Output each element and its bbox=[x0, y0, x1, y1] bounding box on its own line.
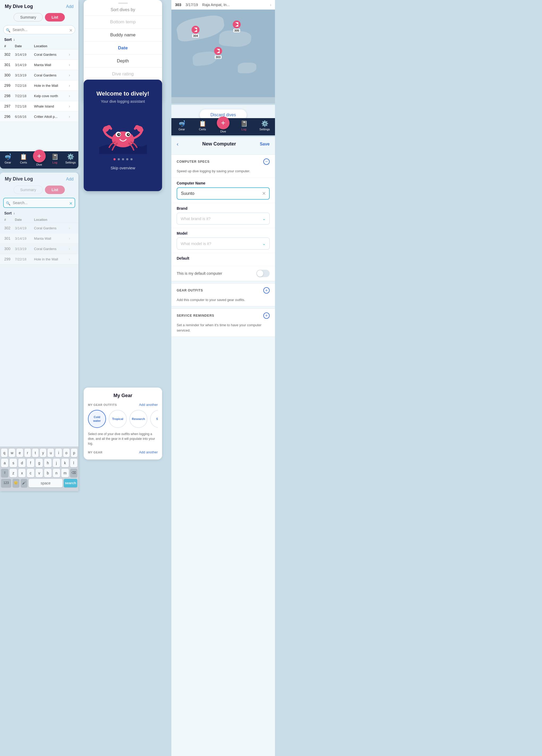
list-toggle[interactable]: List bbox=[45, 13, 65, 22]
computer-save-button[interactable]: Save bbox=[260, 142, 270, 147]
map-dive-date: 3/17/19 bbox=[185, 3, 198, 7]
outfit-research[interactable]: Research bbox=[129, 410, 147, 428]
panel2-col-date: Date bbox=[15, 218, 34, 222]
gear-outfits-expand-button[interactable]: + bbox=[263, 287, 270, 294]
my-gear-add-button[interactable]: Add another bbox=[139, 450, 158, 454]
sort-option-rating[interactable]: Dive rating bbox=[84, 67, 162, 80]
panel2-search-clear-icon[interactable]: ✕ bbox=[69, 201, 72, 206]
key-space[interactable]: space bbox=[29, 479, 62, 487]
table-row[interactable]: 297 7/21/18 Whale Island › bbox=[0, 101, 78, 111]
key-j[interactable]: j bbox=[53, 459, 60, 467]
key-s[interactable]: s bbox=[10, 459, 17, 467]
key-h[interactable]: h bbox=[44, 459, 51, 467]
dot-1 bbox=[113, 158, 116, 160]
nav-gear[interactable]: 🤿 Gear bbox=[0, 153, 16, 167]
map-chevron-icon[interactable]: › bbox=[270, 3, 271, 7]
skip-overview-link[interactable]: Skip overview bbox=[110, 163, 135, 175]
key-p[interactable]: p bbox=[71, 449, 77, 457]
nav-right-gear[interactable]: 🤿 Gear bbox=[171, 120, 192, 134]
table-row[interactable]: 302 3/14/19 Coral Gardens › bbox=[0, 49, 78, 60]
sort-option-buddy[interactable]: Buddy name bbox=[84, 28, 162, 41]
key-n[interactable]: n bbox=[53, 469, 60, 477]
dive-pin-303[interactable]: 303 bbox=[214, 47, 222, 59]
key-d[interactable]: d bbox=[18, 459, 25, 467]
table-row[interactable]: 298 7/22/18 Kelp cove north › bbox=[0, 91, 78, 101]
sort-arrow-icon[interactable]: ↓ bbox=[13, 38, 15, 41]
nav-right-certs[interactable]: 📋 Certs bbox=[192, 120, 213, 134]
search-input[interactable] bbox=[3, 25, 75, 34]
key-i[interactable]: i bbox=[55, 449, 62, 457]
key-q[interactable]: q bbox=[1, 449, 7, 457]
table-row[interactable]: 300 3/13/19 Coral Gardens › bbox=[0, 70, 78, 80]
map-area[interactable]: 304 305 303 bbox=[171, 10, 275, 97]
panel2-list-toggle[interactable]: List bbox=[45, 186, 65, 194]
table-row[interactable]: 300 3/13/19 Coral Gardens › bbox=[0, 244, 78, 254]
dive-fab-button[interactable]: + bbox=[33, 150, 46, 162]
outfit-sk[interactable]: Sk... bbox=[150, 410, 158, 428]
nav-right-dive-fab-button[interactable]: + bbox=[217, 117, 229, 129]
key-e[interactable]: e bbox=[16, 449, 23, 457]
nav-right-dive-fab[interactable]: + Dive bbox=[213, 120, 233, 134]
key-b[interactable]: b bbox=[44, 469, 51, 477]
gear-add-outfit-button[interactable]: Add another bbox=[139, 403, 158, 407]
key-l[interactable]: l bbox=[70, 459, 77, 467]
computer-name-input[interactable] bbox=[177, 188, 259, 199]
add-button[interactable]: Add bbox=[66, 4, 74, 9]
key-mic[interactable]: 🎤 bbox=[21, 479, 27, 487]
outfit-cold-water[interactable]: Coldwater bbox=[88, 410, 106, 428]
computer-back-button[interactable]: ‹ bbox=[177, 141, 178, 147]
specs-collapse-button[interactable]: − bbox=[263, 158, 270, 165]
computer-name-clear-icon[interactable]: ✕ bbox=[259, 191, 269, 196]
key-x[interactable]: x bbox=[18, 469, 25, 477]
key-123[interactable]: 123 bbox=[1, 479, 11, 487]
nav-settings[interactable]: ⚙️ Settings bbox=[63, 153, 78, 167]
key-y[interactable]: y bbox=[40, 449, 46, 457]
table-row[interactable]: 299 7/22/18 Hole in the Wall › bbox=[0, 80, 78, 91]
key-m[interactable]: m bbox=[61, 469, 69, 477]
dive-date: 7/22/18 bbox=[15, 94, 34, 98]
key-g[interactable]: g bbox=[36, 459, 43, 467]
sort-option-bottom-temp[interactable]: Bottom temp bbox=[84, 15, 162, 28]
outfit-tropical[interactable]: Tropical bbox=[109, 410, 127, 428]
key-z[interactable]: z bbox=[10, 469, 17, 477]
key-v[interactable]: v bbox=[36, 469, 43, 477]
key-f[interactable]: f bbox=[27, 459, 34, 467]
nav-dive-fab[interactable]: + Dive bbox=[31, 153, 47, 167]
sort-option-depth[interactable]: Depth bbox=[84, 54, 162, 67]
key-c[interactable]: c bbox=[27, 469, 34, 477]
dive-location: Coral Gardens bbox=[34, 53, 69, 57]
table-row[interactable]: 301 3/14/19 Manta Wall › bbox=[0, 60, 78, 70]
table-row[interactable]: 301 3/14/19 Manta Wall › bbox=[0, 233, 78, 244]
brand-select[interactable]: What brand is it? ⌄ bbox=[177, 213, 270, 225]
service-reminders-expand-button[interactable]: + bbox=[263, 312, 270, 319]
panel2-summary-toggle[interactable]: Summary bbox=[14, 186, 43, 194]
key-shift[interactable]: ⇧ bbox=[1, 469, 8, 477]
key-t[interactable]: t bbox=[32, 449, 39, 457]
panel2-add[interactable]: Add bbox=[66, 177, 74, 182]
dive-pin-305[interactable]: 305 bbox=[232, 20, 241, 32]
panel2-search-input[interactable] bbox=[3, 198, 75, 208]
key-o[interactable]: o bbox=[63, 449, 70, 457]
key-search[interactable]: search bbox=[64, 479, 77, 487]
dive-pin-304[interactable]: 304 bbox=[191, 25, 200, 38]
key-u[interactable]: u bbox=[48, 449, 54, 457]
key-a[interactable]: a bbox=[1, 459, 8, 467]
nav-log[interactable]: 📓 Log bbox=[47, 153, 63, 167]
table-row[interactable]: 302 3/14/19 Coral Gardens › bbox=[0, 223, 78, 233]
nav-right-log[interactable]: 📓 Log bbox=[233, 120, 254, 134]
key-w[interactable]: w bbox=[9, 449, 15, 457]
key-k[interactable]: k bbox=[61, 459, 69, 467]
search-clear-icon[interactable]: ✕ bbox=[69, 28, 72, 33]
default-toggle-switch[interactable] bbox=[256, 270, 270, 277]
summary-toggle[interactable]: Summary bbox=[14, 13, 43, 22]
key-r[interactable]: r bbox=[24, 449, 31, 457]
panel2-sort-arrow[interactable]: ↓ bbox=[13, 211, 15, 215]
key-emoji[interactable]: 😊 bbox=[12, 479, 19, 487]
nav-right-settings[interactable]: ⚙️ Settings bbox=[254, 120, 275, 134]
model-select[interactable]: What model is it? ⌄ bbox=[177, 238, 270, 250]
sort-option-date[interactable]: Date bbox=[84, 41, 162, 54]
table-row[interactable]: 296 6/16/16 Critter Attoll p... › bbox=[0, 111, 78, 122]
table-row[interactable]: 299 7/22/18 Hole in the Wall › bbox=[0, 254, 78, 264]
key-backspace[interactable]: ⌫ bbox=[70, 469, 77, 477]
nav-certs[interactable]: 📋 Certs bbox=[16, 153, 31, 167]
